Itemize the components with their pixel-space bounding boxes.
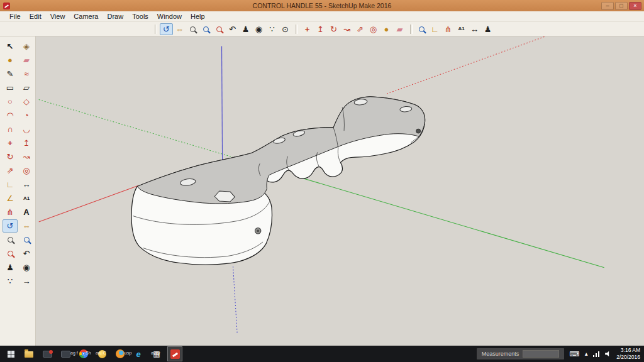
- walk-tool-button[interactable]: ∵: [3, 275, 18, 288]
- menu-window[interactable]: Window: [153, 12, 186, 21]
- move-tool-button[interactable]: +: [3, 136, 18, 150]
- rotate-tool-button[interactable]: ↻: [327, 23, 340, 35]
- text-tool-button[interactable]: A1: [19, 192, 34, 205]
- pie-tool-button[interactable]: ◔: [19, 109, 34, 122]
- look-around-button[interactable]: ◉: [19, 261, 34, 274]
- paint-bucket-button[interactable]: ●: [3, 53, 18, 67]
- plumb-bob-button[interactable]: ♟: [481, 23, 494, 35]
- make-component-button[interactable]: ◈: [19, 40, 34, 53]
- protractor-tool-button[interactable]: ∠: [3, 192, 18, 205]
- position-camera-button[interactable]: ♟: [239, 23, 252, 35]
- follow-me-button[interactable]: ↝: [340, 23, 353, 35]
- offset-tool-button[interactable]: ◎: [19, 164, 34, 177]
- axis-green-dotted: [39, 100, 233, 158]
- look-around-button[interactable]: ◉: [252, 23, 265, 35]
- zoom-tool-button[interactable]: [3, 233, 18, 246]
- dimensions-button[interactable]: ↔: [19, 178, 34, 191]
- menu-file[interactable]: File: [5, 12, 25, 21]
- previous-view-button[interactable]: ↶: [226, 23, 239, 35]
- paint-bucket-button[interactable]: ●: [380, 23, 393, 35]
- control-handle-model[interactable]: [131, 97, 425, 265]
- desktop: CONTROL HANDLE 55 - SketchUp Make 2016 –…: [0, 0, 644, 362]
- hidden-icons-chevron[interactable]: ▲: [584, 351, 589, 357]
- end-hole[interactable]: [416, 129, 421, 133]
- minimize-button[interactable]: –: [601, 2, 614, 10]
- toolbar-drag-handle[interactable]: [155, 25, 157, 34]
- push-pull-button[interactable]: ↥: [19, 136, 34, 150]
- zoom-window-button[interactable]: [199, 23, 213, 35]
- zoom-extents-icon: [216, 26, 222, 32]
- zoom-extents-button[interactable]: [3, 247, 18, 260]
- circle-tool-button[interactable]: ○: [3, 95, 18, 108]
- orbit-tool-button[interactable]: ↺: [160, 23, 173, 35]
- zoom-extents-button[interactable]: [213, 23, 226, 35]
- app-window-button[interactable]: [40, 346, 55, 361]
- menu-camera[interactable]: Camera: [69, 12, 103, 21]
- keyboard-icon[interactable]: ⌨: [569, 351, 579, 358]
- 3d-text-icon: A: [23, 208, 29, 216]
- sketchup-taskbar-button[interactable]: [167, 346, 182, 361]
- toolbar-drag-handle[interactable]: [296, 25, 298, 34]
- axes-tool-button[interactable]: ⋔: [441, 23, 455, 35]
- move-tool-button[interactable]: +: [301, 23, 314, 35]
- arc-tool-button[interactable]: ◠: [3, 109, 18, 122]
- viewport-canvas[interactable]: [36, 36, 644, 346]
- scale-tool-button[interactable]: ⇗: [353, 23, 367, 35]
- rotate-tool-button[interactable]: ↻: [3, 150, 18, 163]
- eraser-tool-button[interactable]: ▰: [19, 53, 34, 67]
- text-tool-button[interactable]: A1: [455, 23, 468, 35]
- taskbar-clock[interactable]: 3:16 AM 2/20/2016: [616, 347, 644, 361]
- zoom-tool-button[interactable]: [186, 23, 199, 35]
- polygon-tool-button[interactable]: ◇: [19, 95, 34, 108]
- menu-help[interactable]: Help: [186, 12, 209, 21]
- rotated-rectangle-button[interactable]: ▱: [19, 81, 34, 94]
- match-photo-button[interactable]: ⊙: [279, 23, 292, 35]
- previous-icon: ↶: [23, 250, 30, 258]
- dimensions-button[interactable]: ↔: [468, 23, 481, 35]
- orbit-tool-button[interactable]: ↺: [3, 219, 18, 233]
- push-pull-button[interactable]: ↥: [314, 23, 327, 35]
- tape-measure-button[interactable]: ∟: [428, 23, 441, 35]
- internet-explorer-button[interactable]: e: [131, 346, 146, 361]
- two-point-arc-button[interactable]: ∩: [3, 123, 18, 136]
- maximize-button[interactable]: □: [615, 2, 628, 10]
- start-button[interactable]: [3, 346, 18, 361]
- toolbar-drag-handle[interactable]: [410, 25, 413, 34]
- follow-me-button[interactable]: ↝: [19, 150, 34, 163]
- title-bar[interactable]: CONTROL HANDLE 55 - SketchUp Make 2016 –…: [0, 0, 644, 11]
- menu-edit[interactable]: Edit: [25, 12, 46, 21]
- line-tool-button[interactable]: ✎: [3, 67, 18, 80]
- select-tool-button[interactable]: ↖: [3, 40, 18, 53]
- zoom-window-button[interactable]: [19, 233, 34, 246]
- rectangle-icon: ▭: [6, 84, 14, 92]
- tape-measure-button[interactable]: ∟: [3, 178, 18, 191]
- measurements-input[interactable]: [523, 350, 559, 358]
- volume-icon[interactable]: [605, 351, 611, 357]
- position-camera-button[interactable]: ♟: [3, 261, 18, 274]
- pan-tool-button[interactable]: ⇔: [19, 219, 34, 233]
- 3d-text-button[interactable]: A: [19, 206, 34, 219]
- pan-tool-button[interactable]: ⇔: [173, 23, 186, 35]
- modeling-viewport[interactable]: [36, 36, 644, 346]
- offset-tool-button[interactable]: ◎: [367, 23, 380, 35]
- axis-red-solid: [39, 186, 138, 222]
- eraser-tool-button[interactable]: ▰: [393, 23, 406, 35]
- scale-tool-button[interactable]: ⇗: [3, 164, 18, 177]
- next-view-button[interactable]: →: [19, 275, 34, 288]
- menu-tools[interactable]: Tools: [128, 12, 153, 21]
- previous-view-button[interactable]: ↶: [19, 247, 34, 260]
- menu-draw[interactable]: Draw: [103, 12, 128, 21]
- file-explorer-button[interactable]: [21, 346, 36, 361]
- axis-red-dotted: [387, 36, 606, 94]
- axes-tool-button[interactable]: ⋔: [3, 206, 18, 219]
- zoom-selection-button[interactable]: [415, 23, 428, 35]
- three-point-arc-button[interactable]: ◡: [19, 123, 34, 136]
- walk-tool-button[interactable]: ∵: [265, 23, 279, 35]
- rectangle-tool-button[interactable]: ▭: [3, 81, 18, 94]
- close-button[interactable]: ×: [629, 2, 641, 10]
- offset-icon: ◎: [370, 25, 377, 33]
- menu-view[interactable]: View: [46, 12, 70, 21]
- freehand-tool-button[interactable]: ≈: [19, 67, 34, 80]
- network-icon[interactable]: [593, 351, 601, 357]
- push-pull-icon: ↥: [23, 139, 30, 147]
